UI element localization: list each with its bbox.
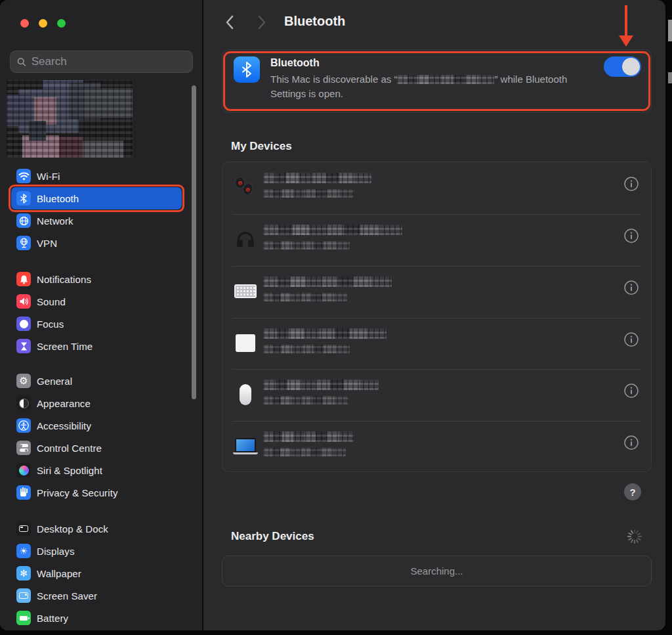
hourglass-icon [16, 339, 31, 353]
device-info-button[interactable] [623, 228, 639, 244]
row-divider [232, 421, 640, 422]
sidebar-item-label: Displays [37, 546, 74, 557]
sidebar-item-label: Siri & Spotlight [37, 465, 102, 476]
sidebar-item-wi-fi[interactable]: Wi-Fi [0, 165, 192, 187]
device-info-button[interactable] [623, 332, 639, 347]
search-input[interactable] [32, 55, 186, 68]
forward-button[interactable] [255, 14, 269, 32]
sidebar-item-displays[interactable]: ☀Displays [0, 540, 192, 562]
search-field[interactable] [10, 51, 193, 73]
sidebar-item-siri-spotlight[interactable]: Siri & Spotlight [0, 459, 192, 481]
sidebar-item-label: Accessibility [37, 420, 91, 431]
row-divider [232, 266, 640, 267]
sidebar-group: Desktop & Dock☀Displays✻WallpaperScreen … [0, 517, 192, 629]
sidebar-item-sound[interactable]: Sound [0, 290, 192, 313]
minimize-button[interactable] [39, 19, 47, 28]
sidebar-item-desktop-dock[interactable]: Desktop & Dock [0, 517, 192, 540]
device-row[interactable] [222, 318, 651, 370]
window-icon [16, 521, 31, 536]
sidebar-item-appearance[interactable]: Appearance [0, 392, 192, 414]
nearby-devices-heading: Nearby Devices [231, 530, 314, 543]
back-button[interactable] [222, 14, 236, 32]
appearance-icon [16, 396, 31, 410]
help-button[interactable]: ? [624, 483, 641, 500]
accessibility-icon [16, 418, 31, 433]
device-name-redacted [263, 380, 379, 390]
sidebar-item-label: Wi-Fi [37, 171, 60, 182]
sidebar-item-screen-saver[interactable]: Screen Saver [0, 584, 192, 607]
sidebar-item-label: Wallpaper [37, 568, 81, 579]
sidebar-item-label: Notifications [37, 274, 91, 285]
sidebar-item-screen-time[interactable]: Screen Time [0, 335, 192, 357]
keyboard-device-icon [233, 279, 258, 304]
device-row[interactable] [222, 369, 651, 421]
device-status-redacted [263, 189, 354, 198]
sidebar-item-network[interactable]: Network [0, 209, 192, 232]
sidebar-item-bluetooth[interactable]: Bluetooth [0, 187, 192, 209]
sidebar-item-label: Privacy & Security [37, 487, 118, 498]
sidebar-group: ⚙GeneralAppearanceAccessibilityControl C… [0, 370, 192, 504]
sidebar-item-focus[interactable]: Focus [0, 313, 192, 335]
sidebar-item-privacy-security[interactable]: Privacy & Security [0, 481, 192, 504]
bluetooth-app-icon [234, 56, 260, 83]
sidebar-item-label: General [37, 376, 72, 387]
flower-icon: ✻ [16, 566, 31, 580]
bluetooth-description-part2: ” while Bluetooth [494, 74, 567, 85]
device-name-redacted [263, 276, 392, 287]
loading-spinner [626, 528, 643, 545]
device-info-button[interactable] [623, 435, 639, 450]
sidebar-item-wallpaper[interactable]: ✻Wallpaper [0, 562, 192, 584]
row-divider [232, 214, 640, 215]
bluetooth-setting-title: Bluetooth [270, 57, 320, 69]
background-window-fragment [668, 20, 672, 41]
my-devices-heading: My Devices [231, 140, 292, 153]
row-divider [232, 369, 640, 370]
sidebar-group: Wi-FiBluetoothNetworkVPN [0, 165, 192, 254]
page-title: Bluetooth [284, 14, 345, 29]
device-info-button[interactable] [623, 280, 639, 296]
device-info-button[interactable] [623, 383, 639, 399]
battery-icon [16, 611, 31, 625]
moon-icon [16, 317, 31, 331]
sidebar-scrollbar[interactable] [192, 85, 196, 399]
device-row[interactable] [222, 266, 651, 318]
sidebar-item-vpn[interactable]: VPN [0, 232, 192, 254]
sidebar-item-battery[interactable]: Battery [0, 607, 192, 629]
vpn-icon [16, 236, 31, 250]
trackpad-device-icon [233, 331, 258, 356]
sidebar-item-label: Focus [37, 318, 64, 330]
bluetooth-toggle[interactable] [604, 56, 641, 77]
laptop-device-icon [233, 434, 258, 459]
earbuds-device-icon: bb [233, 175, 258, 200]
close-button[interactable] [20, 19, 29, 28]
device-info-button[interactable] [623, 176, 639, 192]
gear-icon: ⚙ [16, 374, 31, 388]
sidebar-item-control-centre[interactable]: Control Centre [0, 437, 192, 459]
apple-id-profile-redacted[interactable] [7, 80, 133, 158]
sidebar: Wi-FiBluetoothNetworkVPNNotificationsSou… [0, 0, 203, 630]
device-status-redacted [263, 293, 347, 301]
sidebar-item-label: Sound [37, 296, 66, 307]
sidebar-item-notifications[interactable]: Notifications [0, 268, 192, 290]
sidebar-item-label: Screen Time [37, 341, 93, 352]
device-status-redacted [263, 345, 350, 353]
device-row[interactable]: bb [222, 162, 651, 214]
zoom-button[interactable] [57, 19, 66, 28]
searching-row: Searching... [222, 556, 652, 586]
mouse-device-icon [233, 382, 258, 407]
my-devices-card: bb [222, 162, 652, 472]
toggle-knob [622, 58, 640, 76]
hand-icon [16, 485, 31, 500]
device-row[interactable] [222, 214, 651, 266]
sidebar-item-general[interactable]: ⚙General [0, 370, 192, 392]
speaker-icon [16, 294, 31, 309]
annotation-arrow-head [619, 35, 633, 47]
sidebar-item-label: Network [37, 215, 74, 227]
device-row[interactable] [222, 421, 651, 473]
device-name-redacted [263, 173, 371, 183]
sidebar-item-accessibility[interactable]: Accessibility [0, 414, 192, 437]
wifi-icon [16, 169, 31, 183]
device-name-redacted [263, 431, 354, 442]
main-panel: Bluetooth Bluetooth This Mac is discover… [205, 0, 665, 630]
annotation-arrow [625, 5, 627, 37]
